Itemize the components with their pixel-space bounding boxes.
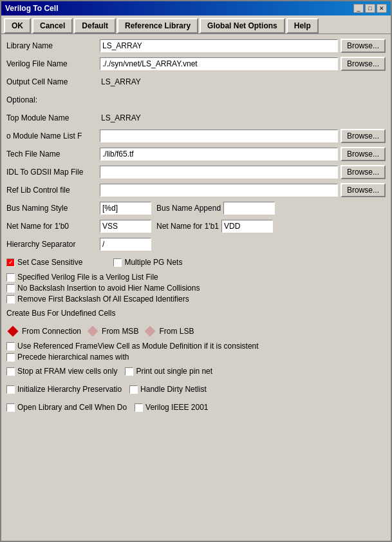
library-name-browse[interactable]: Browse...	[341, 39, 386, 53]
verilog-file-label: Verilog File Name	[6, 59, 100, 68]
open-library-checkbox[interactable]	[6, 403, 15, 412]
stop-at-fram-checkbox[interactable]	[6, 367, 15, 376]
specified-verilog-label: Specified Verilog File is a Verilog List…	[17, 273, 158, 282]
set-case-sensitive-checkbox[interactable]	[6, 258, 15, 267]
specified-verilog-row: Specified Verilog File is a Verilog List…	[6, 273, 386, 282]
ref-lib-control-label: Ref Lib Control file	[6, 186, 100, 195]
global-net-options-button[interactable]: Global Net Options	[200, 18, 285, 34]
open-library-label-row[interactable]: Open Library and Cell When Do	[6, 403, 127, 412]
tech-file-browse[interactable]: Browse...	[341, 147, 386, 161]
module-list-input[interactable]	[100, 130, 338, 142]
no-backslash-checkbox[interactable]	[6, 284, 15, 293]
remove-backslash-row: Remove First Backslash Of All Escaped Id…	[6, 295, 386, 304]
precede-hier-label: Precede hierarchical names with	[17, 353, 129, 362]
reference-library-button[interactable]: Reference Library	[117, 18, 198, 34]
top-module-label: Top Module Name	[6, 113, 100, 122]
open-library-label: Open Library and Cell When Do	[17, 403, 127, 412]
init-hierarchy-checkbox[interactable]	[6, 385, 15, 394]
minimize-button[interactable]: _	[353, 4, 364, 13]
print-single-pin-checkbox[interactable]	[125, 367, 133, 376]
library-name-label: Library Name	[6, 41, 100, 50]
ref-lib-control-browse[interactable]: Browse...	[341, 183, 386, 197]
maximize-button[interactable]: □	[365, 4, 375, 13]
bus-name-append-input[interactable]	[223, 202, 275, 215]
verilog-file-row: Verilog File Name Browse...	[6, 56, 386, 72]
stop-print-row: Stop at FRAM view cells only Print out s…	[6, 363, 386, 379]
no-backslash-label-row[interactable]: No Backslash Insertion to avoid Hier Nam…	[6, 284, 200, 293]
output-cell-row: Output Cell Name LS_ARRAY	[6, 74, 386, 90]
net-name-1b0-label: Net Name for 1'b0	[6, 222, 100, 231]
bus-naming-input[interactable]	[100, 202, 151, 215]
optional-label: Optional:	[6, 95, 100, 104]
set-case-sensitive-label: Set Case Sensitive	[17, 258, 82, 267]
stop-at-fram-label: Stop at FRAM view cells only	[17, 367, 117, 376]
verilog-ieee-checkbox[interactable]	[135, 403, 143, 412]
from-lsb-radio[interactable]	[145, 326, 156, 337]
remove-backslash-label: Remove First Backslash Of All Escaped Id…	[17, 295, 189, 304]
init-hierarchy-label: Initialize Hierarchy Preservatio	[17, 385, 122, 394]
verilog-file-browse[interactable]: Browse...	[341, 57, 386, 71]
hierarchy-sep-input[interactable]	[100, 238, 151, 251]
handle-dirty-label-row[interactable]: Handle Dirty Netlist	[129, 385, 207, 394]
remove-backslash-label-row[interactable]: Remove First Backslash Of All Escaped Id…	[6, 295, 189, 304]
remove-backslash-checkbox[interactable]	[6, 295, 15, 304]
default-button[interactable]: Default	[74, 18, 116, 34]
ok-button[interactable]: OK	[4, 18, 31, 34]
idl-map-label: IDL To GDSII Map File	[6, 168, 100, 177]
idl-map-browse[interactable]: Browse...	[341, 165, 386, 179]
print-single-pin-label-row[interactable]: Print out single pin net	[125, 367, 212, 376]
title-bar: Verilog To Cell _ □ ✕	[1, 1, 391, 15]
create-bus-label-row: Create Bus For Undefined Cells	[6, 305, 386, 321]
close-button[interactable]: ✕	[377, 4, 387, 13]
net-name-1b0-input[interactable]	[100, 220, 151, 233]
multiple-pg-nets-checkbox-row[interactable]: Multiple PG Nets	[113, 258, 182, 267]
print-single-pin-label: Print out single pin net	[136, 367, 212, 376]
multiple-pg-nets-checkbox[interactable]	[113, 258, 122, 267]
idl-map-row: IDL To GDSII Map File Browse...	[6, 164, 386, 180]
precede-hier-checkbox[interactable]	[6, 353, 15, 362]
module-list-browse[interactable]: Browse...	[341, 129, 386, 143]
from-msb-radio[interactable]	[88, 326, 98, 337]
hierarchy-sep-label: Hierarchy Separator	[6, 240, 100, 249]
precede-hier-label-row[interactable]: Precede hierarchical names with	[6, 353, 129, 362]
tech-file-input[interactable]	[100, 148, 338, 160]
from-msb-label: From MSB	[102, 327, 138, 336]
top-module-row: Top Module Name LS_ARRAY	[6, 110, 386, 126]
verilog-file-input[interactable]	[100, 57, 338, 70]
toolbar: OK Cancel Default Reference Library Glob…	[1, 15, 391, 34]
form-content: Library Name Browse... Verilog File Name…	[1, 34, 391, 541]
idl-map-input[interactable]	[100, 166, 338, 179]
from-lsb-label: From LSB	[159, 327, 194, 336]
window-title: Verilog To Cell	[5, 4, 58, 13]
init-hierarchy-label-row[interactable]: Initialize Hierarchy Preservatio	[6, 385, 122, 394]
use-referenced-label-row[interactable]: Use Referenced FrameView Cell as Module …	[6, 342, 259, 351]
no-backslash-label: No Backslash Insertion to avoid Hier Nam…	[17, 284, 200, 293]
open-verilog-row: Open Library and Cell When Do Verilog IE…	[6, 400, 386, 415]
set-case-sensitive-checkbox-row[interactable]: Set Case Sensitive	[6, 258, 82, 267]
help-button[interactable]: Help	[286, 18, 319, 34]
output-cell-value: LS_ARRAY	[100, 77, 141, 86]
cancel-button[interactable]: Cancel	[32, 18, 73, 34]
verilog-ieee-label-row[interactable]: Verilog IEEE 2001	[135, 403, 208, 412]
module-list-row: o Module Name List F Browse...	[6, 128, 386, 144]
specified-verilog-label-row[interactable]: Specified Verilog File is a Verilog List…	[6, 273, 158, 282]
top-module-value: LS_ARRAY	[100, 113, 141, 122]
library-name-input[interactable]	[100, 39, 338, 52]
output-cell-label: Output Cell Name	[6, 77, 100, 86]
from-connection-radio[interactable]	[8, 326, 19, 337]
tech-file-row: Tech File Name Browse...	[6, 146, 386, 162]
use-referenced-row: Use Referenced FrameView Cell as Module …	[6, 342, 386, 351]
precede-hier-row: Precede hierarchical names with	[6, 353, 386, 362]
ref-lib-control-input[interactable]	[100, 184, 338, 197]
module-list-label: o Module Name List F	[6, 131, 100, 140]
verilog-ieee-label: Verilog IEEE 2001	[145, 403, 208, 412]
stop-at-fram-label-row[interactable]: Stop at FRAM view cells only	[6, 367, 117, 376]
use-referenced-checkbox[interactable]	[6, 342, 15, 351]
net-name-1b1-input[interactable]	[221, 220, 273, 233]
specified-verilog-checkbox[interactable]	[6, 273, 15, 282]
from-connection-label: From Connection	[22, 327, 81, 336]
handle-dirty-checkbox[interactable]	[129, 385, 138, 394]
no-backslash-row: No Backslash Insertion to avoid Hier Nam…	[6, 284, 386, 293]
case-pg-row: Set Case Sensitive Multiple PG Nets	[6, 255, 386, 270]
create-bus-options-row: From Connection From MSB From LSB	[6, 324, 386, 339]
